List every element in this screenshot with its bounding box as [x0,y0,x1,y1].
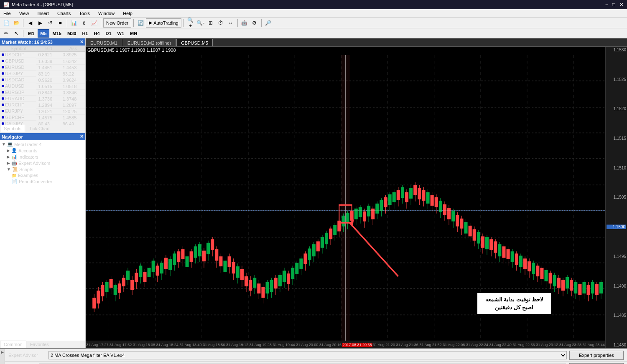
market-watch-row[interactable]: GBPUSD 1.6339 1.6342 [0,58,85,64]
autotrading-button[interactable]: ▶ AutoTrading [146,18,181,28]
ea-selector-dropdown[interactable]: 2 MA Crosses Mega filter EA V1.ex4 [48,351,567,359]
chart-bar-btn[interactable]: 📊 [69,18,79,28]
svg-rect-139 [333,225,336,235]
market-watch-row[interactable]: USDCAD 0.9620 0.9624 [0,77,85,83]
time-16: 31 Aug 22:08 [442,343,466,347]
tab-tick-chart[interactable]: Tick Chart [25,125,54,132]
market-watch-row[interactable]: EURUSD 1.4451 1.4453 [0,64,85,71]
menu-file[interactable]: File [2,9,13,17]
chart-tab-gbpusd-m5[interactable]: GBPUSD,M5 [176,39,213,46]
expert-btn[interactable]: 🤖 [240,18,249,28]
maximize-button[interactable]: □ [612,2,615,8]
forward-btn[interactable]: ▶ [36,18,45,28]
menu-charts[interactable]: Charts [56,9,72,17]
svg-rect-182 [422,190,425,201]
nav-period-converter[interactable]: 📄 PeriodConverter [0,178,85,185]
period-m1[interactable]: M1 [25,29,37,38]
title-bar-text: MetaTrader 4 - [GBPUSD,M5] [12,2,73,7]
market-watch-row[interactable]: USDJPY 83.19 83.22 [0,71,85,77]
menu-help[interactable]: Help [121,9,134,17]
cursor-btn[interactable]: ↖ [12,29,21,38]
bid-dot [2,72,4,75]
minimize-button[interactable]: − [605,2,608,8]
grid-btn[interactable]: ⊞ [206,18,215,28]
candle-btn[interactable]: 🕯 [79,18,89,28]
period-mn[interactable]: MN [127,29,140,38]
draw-btn[interactable]: ✏ [2,29,11,38]
svg-rect-69 [185,256,189,267]
mw-ask: 1.4585 [61,114,85,121]
chart-tab-eurusd-m1[interactable]: EURUSD,M1 [86,39,122,46]
line-btn[interactable]: 📈 [89,18,99,28]
svg-rect-25 [92,298,96,308]
market-watch-row[interactable]: EURCHF 1.2894 1.2897 [0,102,85,108]
chart-main[interactable]: GBPUSD,M5 1.1907 1.1908 1.1907 1.1908 [86,47,627,348]
nav-metatrader4[interactable]: ▼ 💻 MetaTrader 4 [0,141,85,147]
market-watch-row[interactable]: CADJPY 86.43 86.49 [0,121,85,125]
menu-view[interactable]: View [18,9,31,17]
market-watch-row[interactable]: GBPCHF 1.4575 1.4585 [0,114,85,121]
svg-rect-162 [380,200,383,211]
nav-label-indicators: Indicators [18,154,38,159]
nav-tab-favorites[interactable]: Favorites [26,341,53,348]
undo-btn[interactable]: 🔄 [136,18,145,28]
nav-indicators[interactable]: ▶ 📊 Indicators [0,154,85,160]
nav-examples[interactable]: 📁 Examples [0,172,85,178]
nav-accounts[interactable]: ▶ 👤 Accounts [0,147,85,154]
tab-symbols[interactable]: Symbols [0,125,25,132]
period-sep-btn[interactable]: ⏱ [216,18,225,28]
market-watch-header: Market Watch: 16:24:53 ✕ [0,38,85,46]
navigator-close-icon[interactable]: ✕ [80,134,84,139]
close-button[interactable]: ✕ [619,2,624,8]
reload-btn[interactable]: ↺ [46,18,55,28]
market-watch-row[interactable]: EURJPY 120.21 120.25 [0,108,85,114]
period-h1[interactable]: H1 [79,29,90,38]
svg-rect-105 [261,287,265,298]
svg-rect-129 [312,244,316,256]
search-icon-btn[interactable]: 🔎 [264,18,273,28]
menu-window[interactable]: Window [97,9,116,17]
market-watch-row[interactable]: AUDUSD 1.0515 1.0518 [0,83,85,89]
open-btn[interactable]: 📂 [12,18,21,28]
period-d1[interactable]: D1 [103,29,114,38]
svg-rect-218 [498,244,501,256]
time-19: 31 Aug 22:56 [512,343,535,347]
period-m15[interactable]: M15 [50,29,64,38]
bid-dot [2,116,4,119]
svg-rect-158 [371,209,375,220]
nav-expert-advisors[interactable]: ▶ 🤖 Expert Advisors [0,160,85,166]
zoom-out-btn[interactable]: 🔍- [196,18,205,28]
market-watch-table-container: Symbol Bid Ask USDCHF 0.8921 0.8925 GBPU… [0,46,85,125]
mw-ask: 0.9624 [61,77,85,83]
period-w1[interactable]: W1 [115,29,127,38]
time-6: 31 Aug 18:56 [202,343,226,347]
new-order-button[interactable]: New Order [103,18,131,28]
back-btn[interactable]: ◀ [25,18,35,28]
nav-scripts[interactable]: ▼ 📜 Scripts [0,166,85,172]
new-btn[interactable]: 📄 [2,18,11,28]
expert-properties-button[interactable]: Expert properties [569,351,624,360]
nav-tab-common[interactable]: Common [0,341,26,348]
period-m30[interactable]: M30 [65,29,79,38]
svg-rect-137 [329,229,332,240]
svg-rect-212 [485,237,489,249]
market-watch-row[interactable]: EURAUD 1.3736 1.3748 [0,96,85,102]
nav-label-accounts: Accounts [18,148,37,153]
scroll-btn[interactable]: ↔ [226,18,235,28]
zoom-in-btn[interactable]: 🔍+ [186,18,195,28]
market-watch-row[interactable]: EURGBP 0.8843 0.8846 [0,89,85,96]
title-bar-controls[interactable]: − □ ✕ [605,2,624,8]
market-watch-close[interactable]: ✕ [80,39,84,45]
time-8: 31 Aug 19:28 [249,343,272,347]
mw-ask: 0.8925 [61,52,85,58]
period-m5[interactable]: M5 [38,29,49,38]
svg-rect-67 [181,249,184,259]
menu-tools[interactable]: Tools [77,9,92,17]
settings2-btn[interactable]: ⚙ [250,18,259,28]
stop-btn[interactable]: ■ [56,18,65,28]
period-h4[interactable]: H4 [91,29,102,38]
mw-symbol: GBPCHF [0,114,36,121]
chart-tab-eurusd-m2[interactable]: EURUSD,M2 (offline) [123,39,176,46]
market-watch-row[interactable]: USDCHF 0.8921 0.8925 [0,52,85,58]
menu-insert[interactable]: Insert [36,9,51,17]
